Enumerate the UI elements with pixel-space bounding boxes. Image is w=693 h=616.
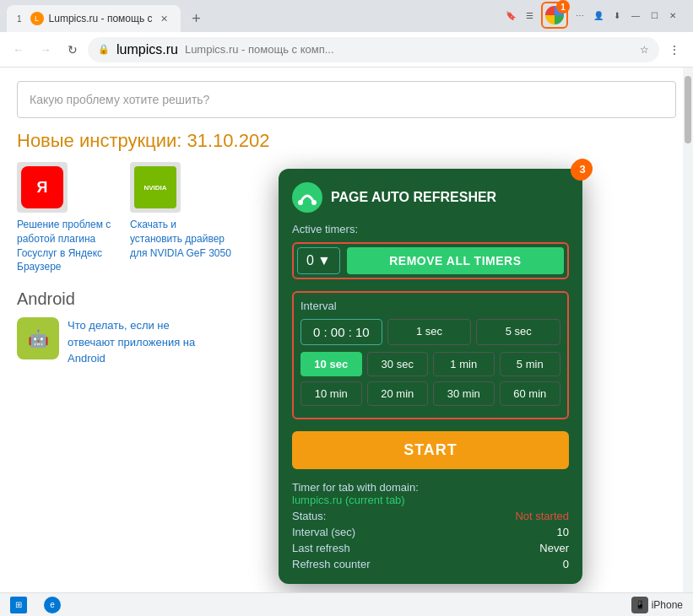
preset-5min[interactable]: 5 min <box>500 352 561 376</box>
extension-button[interactable]: 1 <box>541 2 568 29</box>
info-domain: lumpics.ru (current tab) <box>292 494 405 506</box>
address-bar[interactable]: 🔒 lumpics.ru Lumpics.ru - помощь с комп.… <box>88 37 659 62</box>
forward-btn[interactable]: → <box>34 38 57 62</box>
dropdown-arrow: ▼ <box>317 253 331 268</box>
popup-title: PAGE AUTO REFRESHER <box>331 189 496 205</box>
svg-point-1 <box>298 200 303 205</box>
new-tab-btn[interactable]: + <box>184 7 208 30</box>
bookmark-icon[interactable]: 🔖 <box>504 8 517 22</box>
iphone-label: iPhone <box>652 599 683 611</box>
tab-close-btn[interactable]: ✕ <box>157 12 171 25</box>
extension-popup: 2 PAGE AUTO REFRESHER Active timers: 0 ▼ <box>279 169 582 584</box>
address-full: Lumpics.ru - помощь с комп... <box>185 43 633 56</box>
taskbar-windows: ⊞ <box>10 597 27 613</box>
active-timers-label: Active timers: <box>292 223 569 235</box>
close-btn[interactable]: ✕ <box>666 8 679 22</box>
page-content: Какую проблему хотите решить? Новые инст… <box>0 68 693 592</box>
presets-row-1: 10 sec 30 sec 1 min 5 min <box>300 352 560 376</box>
back-btn[interactable]: ← <box>7 38 30 62</box>
taskbar-iphone[interactable]: 📱 iPhone <box>631 597 683 613</box>
search-box[interactable]: Какую проблему хотите решить? <box>17 81 676 118</box>
info-row-status: Status: Not started <box>292 510 569 522</box>
address-domain: lumpics.ru <box>116 42 178 57</box>
preset-10min[interactable]: 10 min <box>300 381 362 406</box>
windows-icon: ⊞ <box>10 597 27 613</box>
refresh-counter-val: 0 <box>563 558 569 570</box>
nvidia-logo: NVIDIA <box>134 166 176 208</box>
interval-label: Interval <box>300 300 560 312</box>
info-row-last-refresh: Last refresh Never <box>292 542 569 554</box>
scrollbar-thumb <box>685 76 691 143</box>
new-instructions: Новые инструкции: 31.10.202 <box>17 130 676 152</box>
last-refresh-val: Never <box>539 542 569 554</box>
start-btn[interactable]: START <box>292 431 569 469</box>
info-section: Timer for tab with domain: lumpics.ru (c… <box>292 481 569 570</box>
android-link[interactable]: Что делать, если не отвечают приложения … <box>68 317 219 367</box>
refresh-counter-key: Refresh counter <box>292 558 371 570</box>
time-display[interactable]: 0 : 00 : 10 <box>300 319 382 345</box>
preset-20min[interactable]: 20 min <box>367 381 429 406</box>
preset-30min[interactable]: 30 min <box>433 381 495 406</box>
status-val: Not started <box>515 510 569 522</box>
popup-header: PAGE AUTO REFRESHER <box>292 182 569 213</box>
menu-icon[interactable]: ☰ <box>522 8 536 22</box>
status-key: Status: <box>292 510 326 522</box>
presets-row-2: 10 min 20 min 30 min 60 min <box>300 381 560 406</box>
popup-badge-3: 3 <box>572 159 593 179</box>
browser-icon: e <box>44 597 61 613</box>
svg-point-2 <box>311 200 317 205</box>
star-icon[interactable]: ☆ <box>640 44 649 56</box>
preset-5sec[interactable]: 5 sec <box>476 319 560 345</box>
svg-point-0 <box>292 182 322 213</box>
card-yandex-link[interactable]: Решение проблем с работой плагина Госусл… <box>17 218 118 274</box>
taskbar-browser: e <box>44 597 61 613</box>
window-controls: 🔖 ☰ 1 ⋯ 👤 ⬇ — ☐ ✕ <box>497 2 686 29</box>
search-placeholder: Какую проблему хотите решить? <box>30 93 209 106</box>
yandex-icon: Я <box>17 162 68 213</box>
preset-60min[interactable]: 60 min <box>500 381 561 406</box>
active-timers-row: 0 ▼ REMOVE ALL TIMERS <box>292 242 569 279</box>
toolbar: ← → ↻ 🔒 lumpics.ru Lumpics.ru - помощь с… <box>0 32 693 68</box>
info-row-refresh-counter: Refresh counter 0 <box>292 558 569 570</box>
refresh-btn[interactable]: ↻ <box>61 38 84 62</box>
card-nvidia-link[interactable]: Скачать и установить драйвер для NVIDIA … <box>130 218 231 260</box>
profile-icon[interactable]: 👤 <box>592 8 605 22</box>
tab-item: 1 L Lumpics.ru - помощь с ✕ <box>7 5 181 32</box>
extensions-icon[interactable]: ⋯ <box>573 8 587 22</box>
tab-number: 1 <box>17 14 25 24</box>
tab-favicon: L <box>30 12 44 25</box>
maximize-btn[interactable]: ☐ <box>647 8 661 22</box>
interval-key: Interval (sec) <box>292 526 355 538</box>
tab-bar: 1 L Lumpics.ru - помощь с ✕ + 🔖 ☰ 1 ⋯ 👤 … <box>0 0 693 32</box>
more-btn[interactable]: ⋮ <box>663 38 686 62</box>
last-refresh-key: Last refresh <box>292 542 350 554</box>
interval-section: 3 Interval 0 : 00 : 10 1 sec 5 sec 10 se… <box>292 291 569 419</box>
download-icon[interactable]: ⬇ <box>610 8 624 22</box>
interval-val: 10 <box>557 526 569 538</box>
minimize-btn[interactable]: — <box>629 8 642 22</box>
card-yandex: Я Решение проблем с работой плагина Госу… <box>17 162 118 274</box>
info-row-interval: Interval (sec) 10 <box>292 526 569 538</box>
info-header: Timer for tab with domain: lumpics.ru (c… <box>292 481 569 506</box>
preset-1sec[interactable]: 1 sec <box>387 319 472 345</box>
lock-icon: 🔒 <box>98 44 110 55</box>
nvidia-icon: NVIDIA <box>130 162 181 213</box>
remove-all-btn[interactable]: REMOVE ALL TIMERS <box>347 247 564 274</box>
preset-30sec[interactable]: 30 sec <box>367 352 429 376</box>
preset-1min[interactable]: 1 min <box>433 352 495 376</box>
android-icon: 🤖 <box>17 317 59 359</box>
popup-logo <box>292 182 322 213</box>
yandex-logo: Я <box>21 166 63 208</box>
browser-frame: 1 L Lumpics.ru - помощь с ✕ + 🔖 ☰ 1 ⋯ 👤 … <box>0 0 693 616</box>
preset-10sec[interactable]: 10 sec <box>300 352 362 376</box>
card-nvidia: NVIDIA Скачать и установить драйвер для … <box>130 162 231 274</box>
scrollbar[interactable] <box>683 68 693 592</box>
status-bar: ⊞ e 📱 iPhone <box>0 592 693 616</box>
timer-count-select[interactable]: 0 ▼ <box>297 247 340 274</box>
time-display-row: 0 : 00 : 10 1 sec 5 sec <box>300 319 560 345</box>
tab-title: Lumpics.ru - помощь с <box>49 13 153 24</box>
timer-count-value: 0 <box>306 253 314 268</box>
iphone-icon: 📱 <box>631 597 648 613</box>
badge-1: 1 <box>556 0 570 14</box>
